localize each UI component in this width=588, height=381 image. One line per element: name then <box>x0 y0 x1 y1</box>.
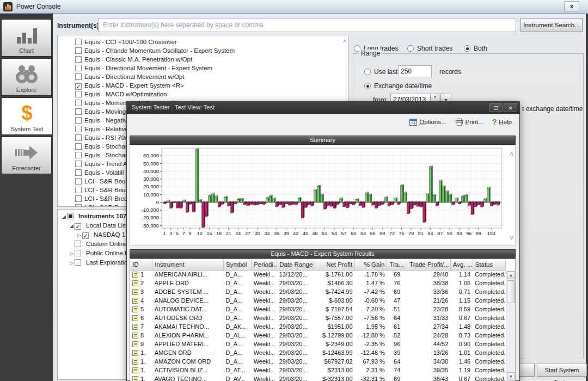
checkbox[interactable] <box>75 117 82 124</box>
checkbox[interactable]: ✓ <box>75 83 82 90</box>
checkbox[interactable] <box>75 241 81 247</box>
table-row[interactable]: 4ANALOG DEVICE...D_A...Weekl...29/03/20.… <box>130 296 506 305</box>
system-list-item[interactable]: Equis - CCI +100/-100 Crossover <box>58 38 348 46</box>
checkbox[interactable] <box>75 134 82 141</box>
sidebar-item-explore[interactable]: Explore <box>1 58 52 96</box>
table-row[interactable]: 2APPLE ORDD_A...Weekl...29/03/20...$1466… <box>130 279 506 287</box>
radio-exchange-datetime[interactable]: Exchange date/time <box>364 82 432 90</box>
system-list-item[interactable]: Equis - Chande Momentum Oscillator - Exp… <box>58 46 348 55</box>
table-row[interactable]: 5AUTOMATIC DAT...D_A...Weekl...29/03/20.… <box>130 305 506 314</box>
collapsed-expander-icon[interactable]: ▷ <box>76 231 82 240</box>
report-doc-icon[interactable] <box>132 350 138 356</box>
checkbox[interactable] <box>75 91 82 97</box>
table-row[interactable]: 1.AMGEN ORDD_A...Weekl...29/03/20...$-12… <box>130 348 506 357</box>
table-row[interactable]: 7AKAMAI TECHNO...D_AK...Weekl...29/03/20… <box>130 322 506 331</box>
column-header[interactable]: Symbol <box>224 259 252 270</box>
checkbox[interactable]: ✓ <box>75 223 81 230</box>
help-button[interactable]: ? Help <box>492 118 512 126</box>
radio-icon[interactable] <box>364 69 371 75</box>
column-header[interactable]: Tra... <box>387 259 407 270</box>
report-doc-icon[interactable] <box>132 272 138 278</box>
instruments-input[interactable] <box>98 18 516 32</box>
report-doc-icon[interactable] <box>132 359 138 365</box>
checkbox[interactable] <box>67 213 74 219</box>
table-row[interactable]: 1.AVAGO TECHNO...D_AV...Weekl...29/03/20… <box>130 374 506 381</box>
report-doc-icon[interactable] <box>132 280 138 286</box>
column-header[interactable]: Instrument <box>152 259 224 270</box>
column-header[interactable]: ID <box>130 259 152 270</box>
print-button[interactable]: Print... <box>455 118 483 126</box>
sidebar-item-chart[interactable]: Chart <box>1 19 52 57</box>
report-doc-icon[interactable] <box>132 315 138 321</box>
checkbox[interactable]: ✓ <box>82 232 89 239</box>
checkbox[interactable] <box>75 47 82 54</box>
checkbox[interactable] <box>75 204 82 207</box>
dialog-titlebar[interactable]: System Tester - Test View: Test ✕ <box>127 102 519 114</box>
scroll-up-icon[interactable]: ∧ <box>342 38 346 44</box>
report-doc-icon[interactable] <box>132 341 138 347</box>
collapsed-expander-icon[interactable]: ▷ <box>69 249 75 259</box>
checkbox[interactable] <box>75 169 82 176</box>
column-header[interactable]: Trade Profit/... <box>407 259 451 270</box>
report-doc-icon[interactable] <box>132 324 138 330</box>
column-header[interactable]: Date Range <box>277 259 314 270</box>
table-row[interactable]: 3ADOBE SYSTEM ...D_A...Weekl...29/03/20.… <box>130 287 506 296</box>
report-doc-icon[interactable] <box>132 298 138 304</box>
sidebar-item-forecaster[interactable]: Forecaster <box>1 137 52 174</box>
close-icon[interactable]: x <box>564 1 579 11</box>
table-row[interactable]: 9APPLIED MATERI...D_A...Weekl...29/03/20… <box>130 340 506 348</box>
column-header[interactable]: Net Profit <box>314 259 355 270</box>
system-list-item[interactable]: Equis - MACD w/Optimization <box>58 90 348 99</box>
column-header[interactable]: % Gain <box>355 259 387 270</box>
collapsed-expander-icon[interactable]: ▷ <box>69 259 75 268</box>
checkbox[interactable] <box>75 187 82 193</box>
checkbox[interactable] <box>75 152 82 158</box>
checkbox[interactable] <box>75 65 82 71</box>
system-list-item[interactable]: Equis - Directional Movement - Expert Sy… <box>58 64 348 72</box>
system-list-item[interactable]: Equis - Directional Movement w/Opt <box>58 72 348 81</box>
sidebar-item-system-test[interactable]: $ System Test <box>1 97 53 135</box>
report-doc-icon[interactable] <box>132 333 138 339</box>
options-button[interactable]: Options... <box>409 119 446 126</box>
radio-short-trades[interactable]: Short trades <box>407 45 452 52</box>
chart-scroll-down-icon[interactable]: ∨ <box>509 233 514 241</box>
radio-icon[interactable] <box>364 83 371 89</box>
table-row[interactable]: 1.ACTIVISION BLIZ...D_AT...Weekl...29/03… <box>130 366 506 374</box>
report-doc-icon[interactable] <box>132 289 138 295</box>
checkbox[interactable] <box>75 250 81 256</box>
checkbox[interactable] <box>75 178 82 185</box>
report-doc-icon[interactable] <box>132 376 138 381</box>
checkbox[interactable] <box>75 259 81 266</box>
start-system-test-button[interactable]: Start System Test... <box>537 364 587 377</box>
report-doc-icon[interactable] <box>132 367 138 373</box>
radio-use-last[interactable]: Use last <box>364 68 397 76</box>
column-header[interactable]: Status <box>473 259 505 270</box>
maximize-icon[interactable] <box>489 103 503 112</box>
expanded-expander-icon[interactable]: ◢ <box>69 222 75 231</box>
checkbox[interactable] <box>75 100 82 106</box>
table-scrollbar[interactable]: ▲ ▼ <box>506 271 515 381</box>
close-icon[interactable]: ✕ <box>504 103 517 112</box>
table-row[interactable]: 8ALEXION PHARM...D_AL...Weekl...29/03/20… <box>130 331 506 340</box>
checkbox[interactable] <box>75 126 82 132</box>
scrollbar-thumb[interactable] <box>507 280 515 303</box>
system-list-item[interactable]: Equis - Classic M.A. Penetration w/Opt <box>58 55 348 64</box>
checkbox[interactable] <box>75 39 82 45</box>
checkbox[interactable] <box>75 195 82 202</box>
radio-both[interactable]: Both <box>464 45 487 52</box>
column-header[interactable]: Avg. ... <box>450 259 473 270</box>
radio-icon[interactable] <box>464 45 470 52</box>
instrument-search-button[interactable]: Instrument Search... <box>520 18 583 32</box>
checkbox[interactable] <box>75 161 82 167</box>
table-row[interactable]: 1.AMAZON COM ORDD_A...Weekl...29/03/20..… <box>130 357 506 366</box>
column-header[interactable]: Periodi... <box>252 259 277 270</box>
expanded-expander-icon[interactable]: ◢ <box>61 212 67 222</box>
checkbox[interactable] <box>75 108 82 115</box>
scroll-down-icon[interactable]: ▼ <box>507 372 515 380</box>
records-input[interactable] <box>398 65 432 77</box>
radio-icon[interactable] <box>407 45 414 52</box>
system-list-item[interactable]: ✓Equis - MACD - Expert System <R> <box>58 81 348 90</box>
checkbox[interactable] <box>75 56 82 63</box>
checkbox[interactable] <box>75 73 82 80</box>
scroll-up-icon[interactable]: ▲ <box>507 271 515 279</box>
